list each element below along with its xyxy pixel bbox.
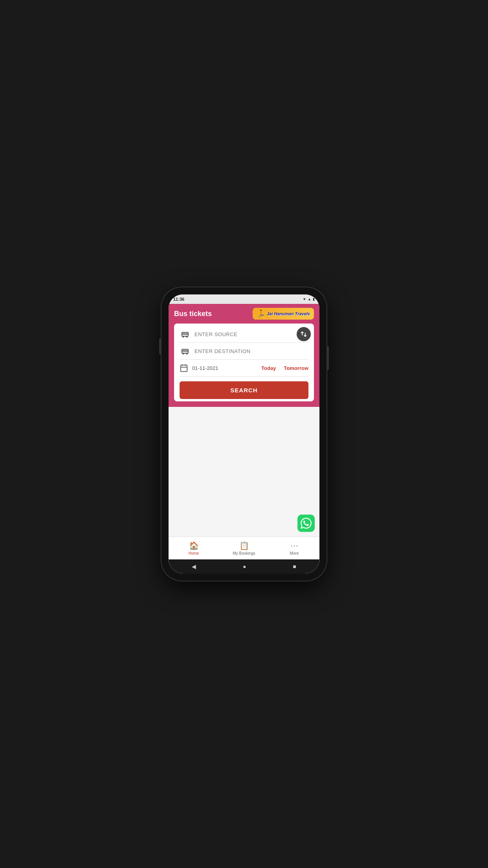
nav-home[interactable]: 🏠 Home bbox=[169, 537, 219, 559]
nav-home-label: Home bbox=[189, 551, 199, 555]
svg-point-4 bbox=[183, 353, 184, 354]
destination-row bbox=[180, 343, 308, 360]
bookings-icon: 📋 bbox=[239, 541, 249, 550]
bus-to-icon bbox=[180, 347, 191, 355]
signal-icon: ▼ bbox=[303, 297, 306, 301]
swap-button[interactable] bbox=[297, 327, 311, 341]
whatsapp-fab[interactable] bbox=[297, 515, 315, 532]
today-button[interactable]: Today bbox=[261, 365, 276, 371]
back-button[interactable]: ◀ bbox=[192, 563, 196, 570]
nav-my-bookings[interactable]: 📋 My Bookings bbox=[219, 537, 269, 559]
wifi-icon: ▲ bbox=[308, 297, 311, 301]
svg-rect-6 bbox=[181, 365, 187, 372]
source-input[interactable] bbox=[194, 331, 308, 337]
logo-icon: 🏃 bbox=[257, 309, 265, 318]
date-shortcuts: Today Tomorrow bbox=[261, 365, 308, 371]
brand-logo: 🏃 Jai Hanuman Travels bbox=[253, 308, 314, 320]
destination-input[interactable] bbox=[194, 348, 308, 354]
home-button[interactable]: ● bbox=[243, 563, 246, 570]
phone-screen: 11:36 ▼ ▲ ▮ Bus tickets 🏃 Jai Hanuman Tr… bbox=[169, 294, 319, 574]
svg-point-5 bbox=[186, 353, 187, 354]
svg-point-2 bbox=[186, 336, 187, 337]
tomorrow-button[interactable]: Tomorrow bbox=[284, 365, 308, 371]
status-time: 11:36 bbox=[173, 297, 184, 302]
nav-bookings-label: My Bookings bbox=[233, 551, 255, 555]
home-icon: 🏠 bbox=[189, 541, 199, 550]
status-icons: ▼ ▲ ▮ bbox=[303, 297, 315, 301]
search-button[interactable]: SEARCH bbox=[180, 381, 308, 399]
nav-more-label: More bbox=[290, 551, 299, 555]
svg-point-1 bbox=[183, 336, 184, 337]
phone-device: 11:36 ▼ ▲ ▮ Bus tickets 🏃 Jai Hanuman Tr… bbox=[161, 287, 327, 581]
bottom-nav: 🏠 Home 📋 My Bookings ⋯ More bbox=[169, 537, 319, 559]
bus-from-icon bbox=[180, 330, 191, 338]
content-area bbox=[169, 407, 319, 537]
page-title: Bus tickets bbox=[174, 310, 212, 318]
recent-button[interactable]: ■ bbox=[293, 563, 296, 570]
app-header: Bus tickets 🏃 Jai Hanuman Travels bbox=[169, 304, 319, 324]
battery-icon: ▮ bbox=[313, 297, 315, 301]
search-card-inner: 01-11-2021 Today Tomorrow SEARCH bbox=[174, 324, 314, 401]
source-row bbox=[180, 326, 308, 343]
calendar-icon bbox=[180, 364, 188, 372]
logo-text: Jai Hanuman Travels bbox=[267, 311, 310, 316]
android-nav-bar: ◀ ● ■ bbox=[169, 559, 319, 574]
search-card: 01-11-2021 Today Tomorrow SEARCH bbox=[169, 324, 319, 407]
date-row: 01-11-2021 Today Tomorrow bbox=[180, 360, 308, 377]
date-value[interactable]: 01-11-2021 bbox=[192, 365, 261, 371]
status-bar: 11:36 ▼ ▲ ▮ bbox=[169, 294, 319, 304]
nav-more[interactable]: ⋯ More bbox=[269, 537, 319, 559]
more-icon: ⋯ bbox=[290, 541, 298, 550]
